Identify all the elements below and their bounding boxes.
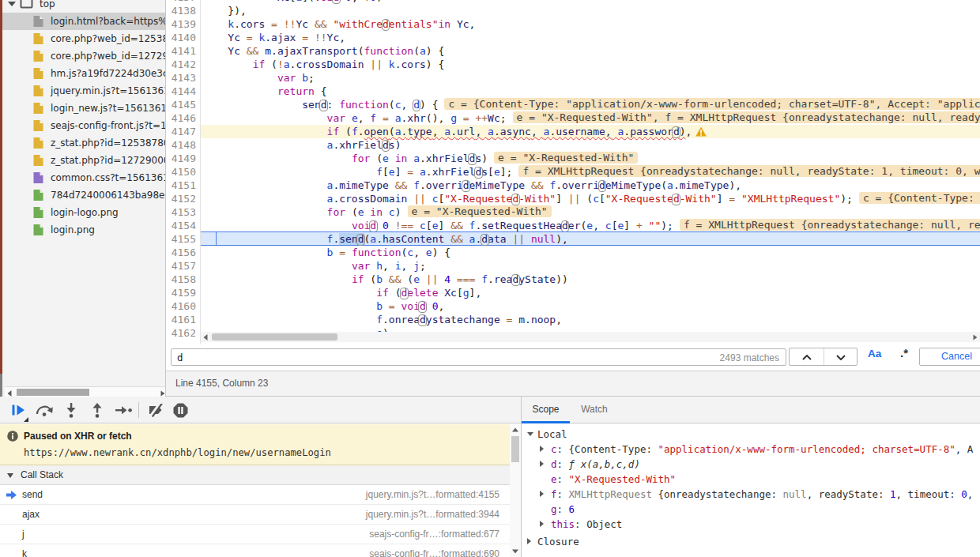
- line-number[interactable]: 4142: [172, 58, 196, 71]
- code-line[interactable]: if (f.open(a.type, a.url, a.async, a.use…: [201, 125, 707, 138]
- scope-variable[interactable]: e: "X-Requested-With": [522, 472, 980, 487]
- file-type-icon: [33, 224, 43, 236]
- line-number[interactable]: 4155: [172, 232, 196, 246]
- line-number[interactable]: 4144: [172, 85, 196, 98]
- line-number[interactable]: 4152: [172, 192, 196, 205]
- scope-variable[interactable]: this: Object: [522, 517, 980, 532]
- call-stack-section-header[interactable]: Call Stack: [0, 465, 510, 485]
- code-line[interactable]: }),: [201, 4, 247, 17]
- file-tree-item[interactable]: z_stat.php?id=12538780: [2, 134, 166, 152]
- match-case-toggle[interactable]: Aa: [868, 348, 881, 359]
- tab-scope[interactable]: Scope: [522, 397, 570, 423]
- line-number[interactable]: 4151: [172, 179, 196, 192]
- code-area[interactable]: Xc[a](void 0, !0) }), k.cors = !!Yc && "…: [201, 0, 980, 344]
- line-number[interactable]: 4159: [172, 286, 196, 299]
- editor-scroll-thumb[interactable]: [212, 333, 337, 341]
- line-number[interactable]: 4140: [172, 31, 196, 44]
- code-line[interactable]: Yc && m.ajaxTransport(function(a) {: [201, 44, 444, 58]
- code-line[interactable]: b = function(c, e) {: [201, 246, 450, 259]
- file-tree-item[interactable]: 784d7240006143ba98ee: [2, 186, 166, 204]
- line-number[interactable]: 4157: [172, 259, 196, 273]
- code-line[interactable]: f[e] = a.xhrFields[e];f = XMLHttpRequest…: [201, 165, 980, 179]
- scope-section[interactable]: Closure: [522, 534, 980, 549]
- file-tree-item[interactable]: common.css?t=1561361: [2, 169, 166, 186]
- search-input[interactable]: d 2493 matches: [171, 348, 786, 366]
- regex-toggle[interactable]: .*: [900, 346, 908, 359]
- line-number[interactable]: 4150: [172, 165, 196, 179]
- code-line[interactable]: b = void 0,: [201, 299, 444, 313]
- file-tree-item[interactable]: login-logo.png: [2, 204, 166, 221]
- code-line[interactable]: k.cors = !!Yc && "withCredentials"in Yc,: [201, 17, 475, 31]
- code-line[interactable]: Yc = k.ajax = !!Yc,: [201, 31, 345, 44]
- line-number[interactable]: 4161: [172, 313, 196, 326]
- navigator-horizontal-scrollbar[interactable]: [5, 386, 166, 397]
- tree-root-frame[interactable]: top: [2, 0, 166, 13]
- code-line[interactable]: for (e in a.xhrFields)e = "X-Requested-W…: [201, 152, 638, 165]
- scope-section[interactable]: Local: [522, 427, 980, 442]
- line-number[interactable]: 4154: [172, 219, 196, 232]
- drawer-vertical-scrollbar[interactable]: [510, 424, 521, 557]
- line-number[interactable]: 4138: [172, 4, 196, 17]
- scope-variable[interactable]: f: XMLHttpRequest {onreadystatechange: n…: [522, 487, 980, 502]
- line-number[interactable]: 4145: [172, 98, 196, 111]
- step-into-button[interactable]: [66, 403, 77, 418]
- line-number[interactable]: 4143: [172, 71, 196, 85]
- line-number[interactable]: 4146: [172, 111, 196, 125]
- call-stack-frame[interactable]: sendjquery.min.js?t…formatted:4155: [0, 485, 510, 505]
- deactivate-breakpoints-button[interactable]: [147, 404, 165, 417]
- line-number[interactable]: 4158: [172, 273, 196, 286]
- call-stack-frame[interactable]: kseajs-config-fr…:formatted:690: [0, 544, 510, 557]
- line-number[interactable]: 4162: [172, 326, 196, 340]
- step-over-button[interactable]: [36, 405, 54, 416]
- line-number[interactable]: 4147: [172, 125, 196, 138]
- file-tree-item[interactable]: z_stat.php?id=12729000: [2, 152, 166, 169]
- line-number[interactable]: 4141: [172, 44, 196, 58]
- file-tree-item[interactable]: hm.js?a19fd7224d30e3c: [2, 65, 166, 82]
- call-stack-frame[interactable]: jseajs-config-fr…:formatted:677: [0, 525, 510, 544]
- code-line[interactable]: f.onreadystatechange = m.noop,: [201, 313, 562, 326]
- code-line[interactable]: return {: [201, 85, 327, 98]
- line-number[interactable]: 4153: [172, 205, 196, 219]
- file-tree-item[interactable]: seajs-config-front.js?t=1: [2, 117, 166, 134]
- code-line[interactable]: if (delete Xc[g],: [201, 286, 481, 299]
- search-previous-button[interactable]: [790, 348, 824, 365]
- code-line[interactable]: a.mimeType && f.overrideMimeType && f.ov…: [201, 179, 741, 192]
- code-line[interactable]: if (!a.crossDomain || k.cors) {: [201, 58, 444, 71]
- search-next-button[interactable]: [824, 348, 858, 365]
- scope-variable[interactable]: g: 6: [522, 502, 980, 517]
- file-tree-item[interactable]: login.png: [2, 221, 166, 239]
- tab-watch[interactable]: Watch: [570, 397, 619, 423]
- line-number[interactable]: 4149: [172, 152, 196, 165]
- file-tree-item[interactable]: jquery.min.js?t=1561361: [2, 82, 166, 100]
- line-number[interactable]: 4160: [172, 299, 196, 313]
- step-out-button[interactable]: [92, 403, 103, 418]
- file-tree-item[interactable]: login.html?back=https%: [2, 13, 166, 30]
- scope-variable[interactable]: c: {Content-Type: "application/x-www-for…: [522, 442, 980, 457]
- file-tree-item[interactable]: core.php?web_id=12729: [2, 47, 166, 65]
- code-line[interactable]: if (b && (e || 4 === f.readyState)): [201, 273, 568, 286]
- editor-horizontal-scrollbar[interactable]: [201, 332, 980, 342]
- call-stack-frame[interactable]: ajaxjquery.min.js?t…formatted:3944: [0, 505, 510, 525]
- line-number[interactable]: 4139: [172, 17, 196, 31]
- scope-variable[interactable]: d: ƒ x(a,b,c,d): [522, 457, 980, 472]
- code-line[interactable]: f.send(a.hasContent && a.data || null),: [201, 232, 568, 246]
- drawer-scroll-thumb[interactable]: [511, 436, 519, 462]
- step-button[interactable]: [115, 406, 133, 415]
- navigator-scroll-thumb[interactable]: [17, 389, 89, 396]
- pause-on-exceptions-button[interactable]: [173, 403, 188, 418]
- file-tree-item[interactable]: core.php?web_id=12538: [2, 30, 166, 47]
- warning-icon[interactable]: [695, 126, 707, 137]
- file-tree-item[interactable]: login_new.js?t=1561361: [2, 100, 166, 117]
- code-line[interactable]: a.xhrFields): [201, 138, 401, 152]
- code-line[interactable]: var e, f = a.xhr(), g = ++Wc;e = "X-Requ…: [201, 111, 980, 125]
- resume-script-button[interactable]: [11, 403, 26, 417]
- code-line[interactable]: var h, i, j;: [201, 259, 426, 273]
- code-line[interactable]: send: function(c, d) {c = {Content-Type:…: [201, 98, 980, 111]
- search-cancel-button[interactable]: Cancel: [919, 348, 980, 366]
- code-line[interactable]: for (e in c)e = "X-Requested-With": [201, 205, 552, 219]
- line-number[interactable]: 4156: [172, 246, 196, 259]
- code-line[interactable]: void 0 !== c[e] && f.setRequestHeader(e,…: [201, 219, 980, 232]
- line-number[interactable]: 4148: [172, 138, 196, 152]
- code-line[interactable]: var b;: [201, 71, 315, 85]
- code-line[interactable]: a.crossDomain || c["X-Requested-With"] |…: [201, 192, 980, 205]
